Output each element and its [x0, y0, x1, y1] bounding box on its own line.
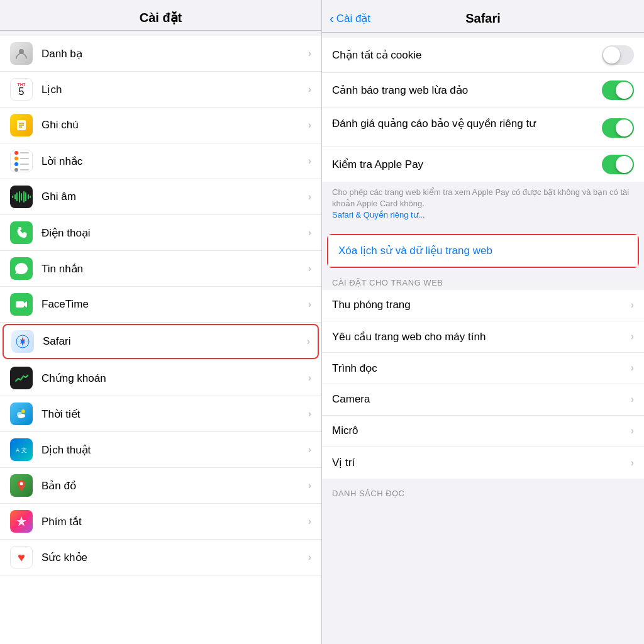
micro-label: Micrô: [332, 425, 631, 437]
settings-list: Danh bạ › TH7 5 Lịch › Ghi chú ›: [0, 36, 321, 644]
left-title: Cài đặt: [140, 11, 182, 25]
lich-label: Lịch: [42, 83, 308, 96]
canh-bao-label: Cảnh báo trang web lừa đảo: [332, 84, 602, 97]
chevron-icon: ›: [308, 155, 311, 167]
suc-khoe-label: Sức khỏe: [42, 551, 308, 564]
chung-khoan-label: Chứng khoán: [42, 372, 308, 385]
chevron-icon: ›: [307, 336, 310, 347]
phone-icon: [10, 221, 33, 244]
dien-thoai-label: Điện thoại: [42, 226, 308, 240]
svg-point-14: [21, 409, 25, 413]
danh-gia-toggle[interactable]: [602, 118, 634, 138]
weather-icon: [10, 402, 33, 425]
settings-item-thoi-tiet[interactable]: Thời tiết ›: [0, 396, 321, 432]
settings-item-dien-thoai[interactable]: Điện thoại ›: [0, 215, 321, 251]
ghi-am-label: Ghi âm: [42, 191, 308, 203]
vi-tri-row[interactable]: Vị trí ›: [322, 447, 644, 479]
chan-cookie-toggle[interactable]: [602, 45, 634, 65]
chevron-icon: ›: [308, 84, 311, 95]
thu-phong-row[interactable]: Thu phóng trang ›: [322, 290, 644, 321]
web-settings-list: Thu phóng trang › Yêu cầu trang web cho …: [322, 290, 644, 479]
settings-item-ghi-am[interactable]: Ghi âm ›: [0, 179, 321, 215]
chevron-icon: ›: [308, 552, 311, 563]
settings-item-suc-khoe[interactable]: ♥ Sức khỏe ›: [0, 540, 321, 575]
facetime-label: FaceTime: [42, 298, 308, 311]
calendar-icon: TH7 5: [10, 78, 33, 101]
translate-icon: A文: [10, 438, 33, 461]
chan-cookie-label: Chặn tất cả cookie: [332, 48, 602, 62]
chevron-icon: ›: [308, 516, 311, 527]
micro-row[interactable]: Micrô ›: [322, 416, 644, 447]
right-content: Chặn tất cả cookie Cảnh báo trang web lừ…: [322, 33, 644, 644]
ghi-chu-label: Ghi chú: [42, 119, 308, 131]
settings-item-ghi-chu[interactable]: Ghi chú ›: [0, 108, 321, 143]
safari-icon: [11, 330, 34, 353]
right-panel: ‹ Cài đặt Safari Chặn tất cả cookie Cảnh…: [322, 0, 644, 644]
settings-item-lich[interactable]: TH7 5 Lịch ›: [0, 72, 321, 108]
chevron-icon: ›: [631, 299, 634, 311]
chevron-icon: ›: [308, 372, 311, 384]
settings-item-phim-tat[interactable]: Phím tắt ›: [0, 504, 321, 540]
kiem-tra-label: Kiểm tra Apple Pay: [332, 158, 602, 171]
kiem-tra-toggle[interactable]: [602, 155, 634, 174]
settings-item-ban-do[interactable]: Bản đồ ›: [0, 468, 321, 504]
camera-row[interactable]: Camera ›: [322, 384, 644, 416]
chevron-icon: ›: [308, 263, 311, 274]
left-panel: Cài đặt Danh bạ › TH7 5 Lịch › Ghi chú: [0, 0, 322, 644]
yeu-cau-row[interactable]: Yêu cầu trang web cho máy tính ›: [322, 321, 644, 353]
yeu-cau-label: Yêu cầu trang web cho máy tính: [332, 330, 631, 343]
contacts-icon: [10, 42, 33, 65]
back-chevron-icon: ‹: [330, 11, 334, 26]
voice-icon: [10, 186, 33, 208]
settings-item-facetime[interactable]: FaceTime ›: [0, 287, 321, 323]
facetime-icon: [10, 293, 33, 316]
settings-item-dich-thuat[interactable]: A文 Dịch thuật ›: [0, 432, 321, 468]
right-title: Safari: [465, 11, 501, 26]
trinh-doc-label: Trình đọc: [332, 362, 631, 375]
chevron-icon: ›: [308, 191, 311, 203]
chevron-icon: ›: [308, 299, 311, 310]
stocks-icon: [10, 367, 33, 389]
dich-thuat-label: Dịch thuật: [42, 443, 308, 457]
settings-item-loi-nhac[interactable]: Lời nhắc ›: [0, 143, 321, 179]
thoi-tiet-label: Thời tiết: [42, 408, 308, 421]
back-button[interactable]: ‹ Cài đặt: [330, 12, 370, 26]
toggle-knob: [616, 82, 633, 99]
svg-text:A: A: [16, 447, 19, 453]
settings-item-danh-ba[interactable]: Danh bạ ›: [0, 36, 321, 72]
danh-gia-row[interactable]: Đánh giá quảng cáo bảo vệ quyền riêng tư: [322, 108, 644, 147]
left-header: Cài đặt: [0, 0, 321, 31]
canh-bao-row[interactable]: Cảnh báo trang web lừa đảo: [322, 73, 644, 108]
safari-privacy-link[interactable]: Safari & Quyền riêng tư...: [332, 210, 425, 219]
clear-history-section: Xóa lịch sử và dữ liệu trang web: [327, 234, 639, 268]
messages-icon: [10, 257, 33, 280]
safari-label: Safari: [43, 335, 307, 348]
settings-item-safari[interactable]: Safari ›: [3, 324, 319, 359]
vi-tri-label: Vị trí: [332, 456, 631, 469]
settings-item-chung-khoan[interactable]: Chứng khoán ›: [0, 360, 321, 396]
chevron-icon: ›: [631, 362, 634, 374]
chevron-icon: ›: [631, 425, 634, 436]
chevron-icon: ›: [631, 331, 634, 342]
chevron-icon: ›: [308, 227, 311, 238]
danh-ba-label: Danh bạ: [42, 47, 308, 60]
tin-nhan-label: Tin nhắn: [42, 262, 308, 275]
canh-bao-toggle[interactable]: [602, 80, 634, 100]
svg-text:文: 文: [21, 447, 27, 453]
kiem-tra-row[interactable]: Kiểm tra Apple Pay: [322, 147, 644, 182]
chevron-icon: ›: [631, 394, 634, 405]
chevron-icon: ›: [308, 48, 311, 59]
right-header: ‹ Cài đặt Safari: [322, 0, 644, 33]
svg-point-13: [18, 414, 24, 418]
chevron-icon: ›: [308, 119, 311, 131]
web-settings-header: CÀI ĐẶT CHO TRANG WEB: [322, 273, 644, 290]
reminders-icon: [10, 150, 33, 172]
thu-phong-label: Thu phóng trang: [332, 299, 631, 311]
toggle-knob: [616, 119, 633, 136]
settings-item-tin-nhan[interactable]: Tin nhắn ›: [0, 251, 321, 287]
chevron-icon: ›: [308, 444, 311, 455]
trinh-doc-row[interactable]: Trình đọc ›: [322, 353, 644, 384]
chevron-icon: ›: [308, 480, 311, 491]
clear-history-row[interactable]: Xóa lịch sử và dữ liệu trang web: [328, 235, 638, 267]
chan-cookie-row[interactable]: Chặn tất cả cookie: [322, 38, 644, 73]
